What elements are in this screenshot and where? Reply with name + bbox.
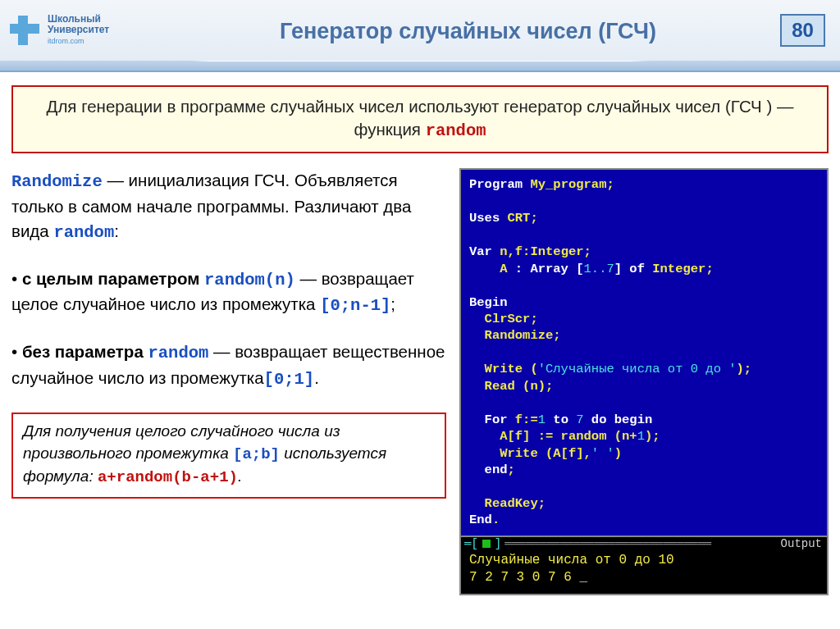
c-l2a: Uses [469, 211, 508, 226]
c-l12c: ) [614, 446, 622, 461]
c-l11b: 1 [637, 429, 645, 444]
c-l7: Randomize; [469, 328, 561, 343]
bullet-1: • [11, 269, 22, 288]
c-l10f: do begin [591, 412, 652, 427]
output-label: Output [778, 537, 827, 550]
c-l13a: end [469, 463, 508, 477]
p2-semi: ; [390, 294, 395, 313]
output-marker-icon [482, 540, 491, 548]
c-l11c: ); [645, 429, 660, 444]
output-window: Случайные числа от 0 до 10 7 2 7 3 0 7 6… [459, 550, 829, 595]
c-l3a: Var [469, 244, 500, 259]
c-l15b: . [492, 513, 500, 527]
kw-random-n: random(n) [204, 271, 295, 289]
formula-note: Для получения целого случайного числа из… [11, 412, 446, 499]
output-header: ═[] ══════════════════════════════ Outpu… [459, 537, 829, 550]
c-l4d: ] [614, 262, 630, 276]
c-l9: Read (n); [469, 379, 553, 394]
page-title: Генератор случайных чисел (ГСЧ) [156, 17, 780, 44]
c-l10d: to [553, 412, 576, 427]
right-column: Program My_program; Uses CRT; Var n,f:In… [459, 168, 829, 595]
para-int-param: • с целым параметром random(n) — возвращ… [11, 267, 446, 318]
c-l4a: A [469, 262, 515, 276]
pascal-code: Program My_program; Uses CRT; Var n,f:In… [459, 168, 829, 537]
p3-dot: . [314, 368, 319, 387]
intro-banner: Для генерации в программе случайных чисе… [11, 85, 829, 153]
out-bracket-l: ═[ [461, 537, 482, 550]
out-dashes: ══════════════════════════════ [504, 537, 777, 550]
c-l4c: 1..7 [584, 262, 614, 276]
c-l12a: Write (A[f], [469, 446, 591, 461]
c-l8b: 'Случайные числа от 0 до ' [538, 362, 737, 376]
c-l10b: f:= [515, 412, 538, 427]
out-line2: 7 2 7 3 0 7 6 [469, 570, 579, 585]
logo-line2: Университет [48, 24, 109, 35]
c-l4e: of [629, 262, 645, 276]
header-wave [0, 61, 840, 72]
c-l13b: ; [508, 463, 515, 477]
c-l10a: For [469, 412, 515, 427]
logo-text: Школьный Университет itdrom.com [48, 14, 109, 47]
kw-random-1: random [53, 223, 114, 242]
plus-logo-icon [7, 12, 43, 48]
c-l3b: n,f:Integer; [500, 244, 591, 259]
intro-code: random [426, 121, 486, 140]
c-l14: ReadKey; [469, 496, 546, 511]
note-formula: a+random(b-a+1) [98, 468, 238, 486]
para-no-param: • без параметра random — возвращает веще… [11, 340, 446, 391]
range-01: [0;1] [264, 370, 315, 389]
header: Школьный Университет itdrom.com Генерато… [0, 0, 840, 61]
c-l1a: Program [469, 177, 530, 192]
p3-bold: без параметра [22, 342, 148, 361]
p1-tail: : [114, 221, 119, 240]
range-0n1: [0;n-1] [320, 296, 390, 315]
c-l15a: End [469, 513, 492, 527]
para-randomize: Randomize — инициализация ГСЧ. Объявляет… [11, 168, 446, 244]
p2-bold: с целым параметром [22, 269, 204, 288]
logo-line1: Школьный [48, 13, 101, 25]
c-l2b: CRT; [508, 211, 538, 226]
out-line1: Случайные числа от 0 до 10 [469, 553, 674, 567]
c-l11a: A[f] := random (n+ [469, 429, 637, 444]
c-l10c: 1 [538, 412, 554, 427]
left-column: Randomize — инициализация ГСЧ. Объявляет… [11, 168, 446, 595]
c-l12b: ' ' [591, 446, 614, 461]
out-bracket-r: ] [491, 537, 504, 550]
c-l8c: ); [737, 362, 752, 376]
c-l5: Begin [469, 295, 508, 310]
c-l8a: Write ( [469, 362, 538, 376]
cursor-icon: _ [579, 570, 587, 585]
intro-text: Для генерации в программе случайных чисе… [47, 97, 794, 139]
c-l4b: : Array [ [515, 262, 584, 276]
page-number: 80 [780, 14, 825, 47]
kw-randomize: Randomize [11, 172, 103, 191]
note-range: [a;b] [233, 445, 280, 463]
logo: Школьный Университет itdrom.com [0, 12, 156, 48]
content: Randomize — инициализация ГСЧ. Объявляет… [0, 165, 840, 595]
c-l4f: Integer; [645, 262, 714, 276]
note-dot: . [238, 467, 242, 485]
kw-random-2: random [148, 344, 209, 362]
bullet-2: • [11, 342, 22, 361]
c-l1b: My_program; [530, 177, 614, 192]
c-l6: ClrScr; [469, 312, 538, 326]
c-l10e: 7 [576, 412, 591, 427]
logo-sub: itdrom.com [48, 37, 84, 45]
